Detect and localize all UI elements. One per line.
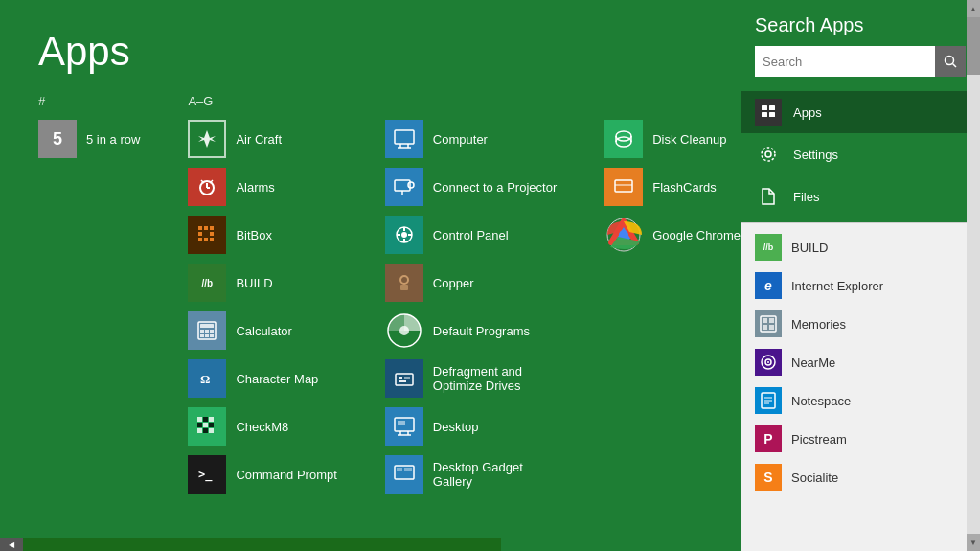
svg-text:>_: >_ — [198, 468, 213, 482]
app-icon-calculator — [188, 311, 226, 350]
list-item[interactable]: Desktop — [385, 407, 557, 446]
app-name-5inrow: 5 in a row — [86, 132, 140, 147]
right-scrollbar[interactable]: ▲ ▼ — [967, 0, 980, 551]
filter-item-settings[interactable]: Settings — [741, 133, 980, 175]
filter-item-apps[interactable]: Apps — [741, 91, 980, 133]
app-name-build: BUILD — [236, 276, 272, 290]
scroll-left-btn[interactable]: ◀ — [0, 538, 23, 551]
app-icon-copper — [385, 264, 423, 302]
search-input[interactable] — [755, 46, 935, 77]
panel-icon-memories — [755, 310, 782, 337]
app-icon-charmap: Ω — [188, 359, 226, 398]
list-item[interactable]: BitBox — [188, 216, 336, 254]
list-item[interactable]: Alarms — [188, 168, 336, 206]
app-name-diskcleanup: Disk Cleanup — [652, 132, 726, 147]
panel-app-name-notespace: Notespace — [791, 394, 851, 408]
list-item[interactable]: FlashCards — [604, 168, 741, 206]
scroll-up-arrow[interactable]: ▲ — [967, 0, 980, 17]
list-item[interactable]: Copper — [385, 264, 557, 302]
svg-point-52 — [399, 326, 409, 335]
list-item[interactable]: Google Chrome — [604, 216, 741, 254]
svg-rect-7 — [210, 226, 214, 230]
section-ag-col3: A–G Disk Cleanup FlashCards Google Chrom… — [604, 94, 741, 503]
list-item[interactable]: Desktop GadgetGallery — [385, 455, 557, 494]
svg-point-81 — [762, 148, 775, 161]
app-icon-defrag — [385, 359, 423, 398]
svg-rect-12 — [210, 238, 214, 241]
svg-rect-84 — [769, 318, 774, 323]
svg-point-43 — [401, 232, 407, 238]
list-item[interactable]: >_ Command Prompt — [188, 455, 336, 494]
list-item[interactable]: Defragment andOptimize Drives — [385, 359, 557, 398]
list-item[interactable]: CheckM8 — [188, 407, 336, 446]
panel-list-item[interactable]: P Picstream — [741, 420, 980, 458]
app-name-aircraft: Air Craft — [236, 132, 282, 147]
panel-list-item[interactable]: //b BUILD — [741, 228, 980, 266]
panel-app-list: //b BUILD e Internet Explorer Memories N… — [741, 223, 980, 551]
list-item[interactable]: Calculator — [188, 311, 336, 350]
svg-rect-15 — [200, 330, 204, 333]
svg-rect-55 — [399, 380, 406, 382]
panel-icon-nearme — [755, 349, 782, 376]
svg-rect-83 — [763, 318, 767, 323]
app-name-checkm8: CheckM8 — [236, 420, 288, 434]
panel-app-name-socialite: Socialite — [791, 471, 838, 485]
list-item[interactable]: Default Programs — [385, 311, 557, 350]
panel-list-item[interactable]: NearMe — [741, 343, 980, 381]
svg-rect-19 — [205, 334, 209, 337]
app-icon-cmdprompt: >_ — [188, 455, 226, 494]
main-content: Apps # 5 5 in a row A–G Air Craft — [0, 0, 741, 551]
svg-rect-29 — [209, 423, 214, 427]
svg-rect-30 — [197, 428, 202, 433]
app-icon-checkm8 — [188, 407, 226, 446]
panel-icon-socialite: S — [755, 464, 782, 491]
list-item[interactable]: 5 5 in a row — [38, 120, 140, 158]
list-item[interactable]: Ω Character Map — [188, 359, 336, 398]
panel-list-item[interactable]: S Socialite — [741, 458, 980, 496]
app-name-flashcards: FlashCards — [652, 180, 716, 195]
filter-item-files[interactable]: Files — [741, 175, 980, 218]
svg-text:Ω: Ω — [200, 372, 210, 386]
svg-rect-78 — [762, 112, 767, 117]
panel-list-item[interactable]: Memories — [741, 305, 980, 343]
panel-icon-picstream: P — [755, 425, 782, 452]
panel-list-item[interactable]: Notespace — [741, 381, 980, 420]
list-item[interactable]: Disk Cleanup — [604, 120, 741, 158]
list-item[interactable]: Air Craft — [188, 120, 336, 158]
horizontal-scrollbar[interactable]: ◀ — [0, 538, 501, 551]
panel-list-item[interactable]: e Internet Explorer — [741, 266, 980, 305]
svg-rect-5 — [198, 226, 202, 230]
svg-line-75 — [953, 64, 957, 68]
svg-rect-85 — [763, 325, 767, 330]
svg-rect-11 — [204, 238, 208, 241]
app-icon-alarms — [188, 168, 226, 206]
svg-rect-28 — [203, 423, 208, 427]
list-item[interactable]: //b BUILD — [188, 264, 336, 302]
svg-rect-54 — [399, 377, 402, 379]
panel-app-name-nearme: NearMe — [791, 356, 835, 370]
list-item[interactable]: Control Panel — [385, 216, 557, 254]
app-icon-5inrow: 5 — [38, 120, 77, 158]
list-item[interactable]: Computer — [385, 120, 557, 158]
svg-rect-31 — [203, 428, 208, 433]
scroll-down-arrow[interactable]: ▼ — [967, 534, 980, 551]
svg-rect-16 — [205, 330, 209, 333]
search-button[interactable] — [935, 46, 966, 77]
svg-point-68 — [616, 137, 631, 147]
scroll-thumb[interactable] — [967, 17, 980, 75]
section-header-ag: A–G — [188, 94, 336, 108]
svg-rect-24 — [197, 417, 202, 422]
svg-point-40 — [408, 182, 414, 188]
app-icon-gadgetgallery — [385, 455, 423, 494]
section-hash: # 5 5 in a row — [38, 94, 140, 503]
app-icon-diskcleanup — [604, 120, 643, 158]
app-icon-bitbox — [188, 216, 226, 254]
svg-rect-10 — [198, 238, 202, 241]
app-name-cmdprompt: Command Prompt — [236, 468, 336, 482]
app-name-computer: Computer — [433, 132, 488, 147]
scroll-track — [967, 17, 980, 534]
app-name-alarms: Alarms — [236, 180, 274, 195]
svg-rect-63 — [397, 468, 402, 471]
panel-icon-build: //b — [755, 234, 782, 261]
list-item[interactable]: Connect to a Projector — [385, 168, 557, 206]
